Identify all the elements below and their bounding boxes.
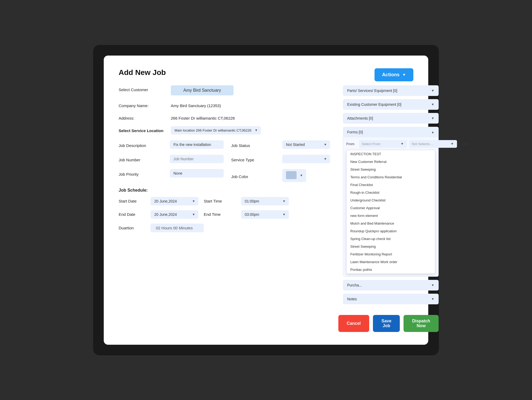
actions-chevron-icon: ▼ — [402, 73, 406, 77]
duration-label: Duartion — [119, 226, 145, 230]
end-row: End Date 20 June,2024 ▼ End Time 03:00pm… — [119, 210, 330, 219]
cancel-button[interactable]: Cancel — [338, 315, 369, 332]
add-job-card: Add New Job Actions ▼ Select Customer Co… — [104, 56, 428, 345]
job-number-input[interactable] — [170, 155, 224, 163]
forms-body: From Select From ▼ Not Selecto.... — [343, 137, 439, 277]
purchase-dropdown[interactable]: Purcha... ▼ — [343, 280, 439, 290]
forms-inputs-row: From Select From ▼ Not Selecto.... — [346, 140, 435, 148]
forms-dropdown-list: INSPECTION TEST New Customer Referral St… — [346, 150, 435, 274]
dropdown-item[interactable]: Final Checklist — [347, 181, 435, 189]
service-type-label: Service Type — [231, 155, 279, 162]
dropdown-item[interactable]: Underground Checklist — [347, 196, 435, 204]
from-label: From — [346, 142, 357, 146]
dropdown-item[interactable]: Lawn Maintenance Work order — [347, 258, 435, 266]
dispatch-now-button[interactable]: Dispatch Now — [404, 315, 439, 332]
equipment-dropdown[interactable]: Existing Customer Equipment [0] ▼ — [343, 99, 439, 110]
dropdown-item[interactable]: Street Sweeping — [347, 243, 435, 250]
job-status-label: Job Status — [231, 141, 279, 148]
dropdown-item[interactable]: Pontiac pothis — [347, 266, 435, 273]
job-color-wrapper: ▼ — [282, 169, 306, 182]
job-desc-status-row: Job Description Job Status Not Started ▼ — [119, 140, 330, 149]
end-time-select[interactable]: 03:00pm — [241, 210, 289, 219]
job-color-label: Job Color — [231, 172, 279, 179]
job-color-select[interactable] — [282, 169, 306, 182]
job-status-wrapper: Not Started ▼ — [282, 140, 330, 149]
start-date-select[interactable]: 20 June,2024 — [151, 197, 198, 205]
job-priority-color-row: Job Priority Job Color ▼ — [119, 169, 330, 182]
company-name-value: Amy Bird Sanctuary (12353) — [171, 101, 221, 108]
service-location-wrapper: Main location 266 Foster Dr williamantic… — [171, 126, 261, 134]
duration-row: Duartion 02 Hours 00 Minutes — [119, 224, 330, 232]
dropdown-item[interactable]: New Customer Referral — [347, 158, 435, 166]
start-date-wrapper: 20 June,2024 ▼ — [151, 197, 198, 205]
service-type-group: Service Type ▼ — [231, 155, 330, 163]
save-job-button[interactable]: Save Job — [373, 315, 400, 332]
service-location-label: Select Service Location — [119, 126, 167, 133]
job-description-label: Job Description — [119, 141, 167, 148]
job-description-group: Job Description — [119, 140, 224, 149]
forms-section: Forms [0] ▲ From Select From ▼ — [343, 127, 439, 277]
not-select-wrapper: Not Selecto.... ▼ — [409, 140, 457, 148]
job-description-input[interactable] — [170, 140, 224, 149]
dropdown-item[interactable]: Rough-in Checklist — [347, 189, 435, 196]
job-status-select[interactable]: Not Started — [282, 140, 330, 149]
job-number-label: Job Number — [119, 155, 167, 162]
address-value: 266 Foster Dr williamantic CT,06226 — [171, 114, 235, 120]
notes-dropdown[interactable]: Notes ▼ — [343, 294, 439, 304]
select-from-dropdown[interactable]: Select From — [359, 140, 407, 148]
page-title: Add New Job — [119, 68, 413, 77]
dropdown-item[interactable]: Terms and Conditions Residential — [347, 173, 435, 181]
dropdown-item[interactable]: new form element — [347, 212, 435, 220]
outer-container: Add New Job Actions ▼ Select Customer Co… — [93, 45, 439, 355]
select-customer-row: Select Customer — [119, 85, 330, 95]
job-priority-label: Job Priority — [119, 170, 167, 176]
job-number-service-row: Job Number Service Type ▼ — [119, 155, 330, 163]
end-time-label: End Time — [204, 212, 236, 217]
not-select-dropdown[interactable]: Not Selecto.... — [409, 140, 457, 148]
main-content: Select Customer Company Name: Amy Bird S… — [119, 85, 413, 332]
forms-header[interactable]: Forms [0] ▲ — [343, 127, 439, 137]
company-name-row: Company Name: Amy Bird Sanctuary (12353) — [119, 101, 330, 108]
bottom-buttons: Cancel Save Job Dispatch Now — [343, 311, 439, 332]
dropdown-item[interactable]: Customer Approval — [347, 204, 435, 212]
actions-button[interactable]: Actions ▼ — [375, 68, 413, 81]
dropdown-item[interactable]: INSPECTION TEST — [347, 150, 435, 158]
forms-chevron-icon: ▲ — [431, 130, 434, 134]
select-from-wrapper: Select From ▼ — [359, 140, 407, 148]
job-color-swatch — [286, 171, 297, 179]
attachments-dropdown[interactable]: Attachments [0] ▼ — [343, 113, 439, 124]
dropdown-item[interactable]: Roundup Quickpro application — [347, 227, 435, 235]
start-date-label: Start Date — [119, 199, 145, 203]
start-time-select[interactable]: 01:00pm — [241, 197, 289, 205]
job-status-group: Job Status Not Started ▼ — [231, 140, 330, 149]
notes-chevron-icon: ▼ — [431, 297, 434, 301]
add-form-button[interactable]: ADD — [459, 140, 471, 148]
service-type-select[interactable] — [282, 155, 330, 163]
dropdown-item[interactable]: Fertilizer Monitoring Report — [347, 250, 435, 258]
start-row: Start Date 20 June,2024 ▼ Start Time 01:… — [119, 197, 330, 205]
end-time-wrapper: 03:00pm ▼ — [241, 210, 289, 219]
job-color-group: Job Color ▼ — [231, 169, 306, 182]
address-row: Address: 266 Foster Dr williamantic CT,0… — [119, 114, 330, 120]
end-date-select[interactable]: 20 June,2024 — [151, 210, 198, 219]
purchase-chevron-icon: ▼ — [431, 283, 434, 287]
parts-chevron-icon: ▼ — [431, 89, 434, 92]
dropdown-item[interactable]: Mulch and Bed Maintenance — [347, 220, 435, 227]
right-panel: Parts/ Services/ Equipment [0] ▼ Existin… — [343, 85, 439, 332]
parts-dropdown[interactable]: Parts/ Services/ Equipment [0] ▼ — [343, 85, 439, 96]
job-number-group: Job Number — [119, 155, 224, 163]
customer-select-input[interactable] — [171, 85, 234, 95]
schedule-title: Job Schedule: — [119, 188, 330, 193]
end-date-label: End Date — [119, 212, 145, 217]
service-location-row: Select Service Location Main location 26… — [119, 126, 330, 134]
start-time-wrapper: 01:00pm ▼ — [241, 197, 289, 205]
dropdown-item[interactable]: Street Sweeping — [347, 166, 435, 173]
job-priority-input[interactable] — [170, 169, 224, 178]
left-panel: Select Customer Company Name: Amy Bird S… — [119, 85, 330, 332]
dropdown-item[interactable]: Spring Clean-up check list — [347, 235, 435, 243]
address-label: Address: — [119, 114, 167, 120]
select-customer-label: Select Customer — [119, 85, 167, 92]
end-date-wrapper: 20 June,2024 ▼ — [151, 210, 198, 219]
service-type-wrapper: ▼ — [282, 155, 330, 163]
service-location-select[interactable]: Main location 266 Foster Dr williamantic… — [171, 126, 261, 134]
